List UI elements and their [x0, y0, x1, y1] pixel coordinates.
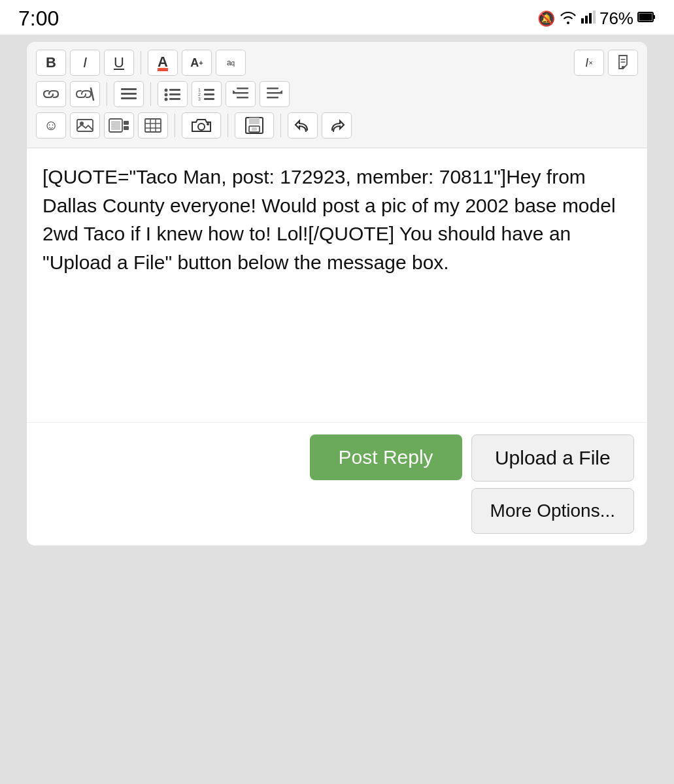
svg-rect-27: [267, 88, 278, 90]
toolbar-separator-3: [107, 82, 107, 106]
svg-rect-17: [169, 98, 180, 100]
underline-button[interactable]: U: [104, 50, 134, 76]
right-buttons: Upload a File More Options...: [471, 434, 634, 534]
editor-card: B I U A A+ aq I×: [26, 41, 648, 546]
toolbar-separator-2: [252, 51, 567, 74]
svg-rect-2: [589, 13, 592, 24]
bullet-list-button[interactable]: [158, 81, 188, 107]
svg-rect-16: [169, 93, 180, 95]
svg-rect-11: [121, 97, 137, 99]
toolbar-row-2: 1 2 3: [36, 81, 638, 107]
toolbar-row-1: B I U A A+ aq I×: [36, 50, 638, 76]
toolbar-separator-5: [175, 114, 175, 137]
svg-rect-6: [639, 13, 652, 20]
svg-rect-36: [145, 119, 161, 132]
camera-button[interactable]: [182, 112, 221, 139]
svg-rect-21: [204, 89, 214, 91]
svg-rect-0: [581, 18, 584, 24]
svg-rect-26: [237, 97, 248, 99]
svg-rect-5: [653, 15, 655, 19]
format-hint-button[interactable]: [608, 50, 638, 76]
link-button[interactable]: [36, 81, 66, 107]
svg-rect-3: [593, 10, 596, 24]
italic-button[interactable]: I: [70, 50, 100, 76]
align-button[interactable]: [114, 81, 144, 107]
battery-percent: 76%: [599, 8, 633, 29]
svg-point-14: [165, 98, 168, 101]
actions-row: Post Reply Upload a File More Options...: [27, 423, 647, 546]
wifi-icon: [559, 10, 577, 28]
svg-point-13: [165, 93, 168, 97]
emoji-button[interactable]: ☺: [36, 112, 66, 139]
signal-icon: [581, 10, 596, 27]
svg-rect-15: [169, 89, 180, 91]
svg-rect-22: [204, 93, 214, 95]
small-text-button[interactable]: aq: [216, 50, 246, 76]
redo-button[interactable]: [322, 112, 352, 139]
svg-rect-1: [585, 16, 588, 24]
media-button[interactable]: [104, 112, 134, 139]
upload-file-button[interactable]: Upload a File: [471, 434, 634, 482]
svg-point-41: [198, 123, 205, 130]
toolbar: B I U A A+ aq I×: [27, 42, 647, 148]
mute-icon: 🔕: [537, 10, 555, 27]
svg-rect-44: [249, 118, 260, 124]
svg-point-12: [165, 89, 168, 92]
svg-text:3: 3: [198, 97, 201, 101]
post-reply-button[interactable]: Post Reply: [310, 434, 462, 480]
svg-rect-28: [267, 92, 282, 94]
status-bar: 7:00 🔕 76%: [0, 0, 674, 35]
numbered-list-button[interactable]: 1 2 3: [192, 81, 222, 107]
indent-decrease-button[interactable]: [226, 81, 256, 107]
toolbar-separator-6: [227, 114, 228, 137]
table-button[interactable]: [138, 112, 168, 139]
status-icons: 🔕 76%: [537, 8, 656, 29]
svg-rect-24: [237, 88, 248, 90]
svg-rect-33: [111, 121, 120, 130]
svg-text:1: 1: [198, 88, 201, 92]
bold-button[interactable]: B: [36, 50, 66, 76]
clear-format-button[interactable]: I×: [574, 50, 604, 76]
editor-text-area[interactable]: [QUOTE="Taco Man, post: 172923, member: …: [27, 148, 647, 423]
toolbar-separator-4: [150, 82, 151, 106]
more-options-button[interactable]: More Options...: [471, 488, 634, 534]
svg-rect-30: [77, 120, 93, 131]
editor-content: [QUOTE="Taco Man, post: 172923, member: …: [42, 166, 616, 273]
svg-point-42: [207, 123, 209, 125]
toolbar-row-3: ☺: [36, 112, 638, 139]
toolbar-separator-7: [280, 114, 281, 137]
svg-text:2: 2: [198, 92, 201, 97]
svg-rect-10: [121, 93, 137, 95]
svg-rect-35: [124, 126, 129, 130]
svg-rect-9: [121, 88, 137, 90]
status-time: 7:00: [18, 7, 59, 31]
battery-icon: [637, 10, 656, 27]
svg-rect-7: [622, 66, 624, 69]
undo-button[interactable]: [288, 112, 318, 139]
svg-rect-29: [267, 97, 278, 99]
font-size-button[interactable]: A+: [182, 50, 212, 76]
unlink-button[interactable]: [70, 81, 100, 107]
svg-rect-46: [252, 127, 257, 131]
save-button[interactable]: [235, 112, 274, 139]
font-color-button[interactable]: A: [148, 50, 178, 76]
toolbar-separator-1: [141, 51, 141, 74]
svg-rect-34: [124, 121, 129, 125]
indent-increase-button[interactable]: [260, 81, 290, 107]
svg-rect-23: [204, 98, 214, 100]
image-button[interactable]: [70, 112, 100, 139]
svg-rect-25: [233, 92, 248, 94]
